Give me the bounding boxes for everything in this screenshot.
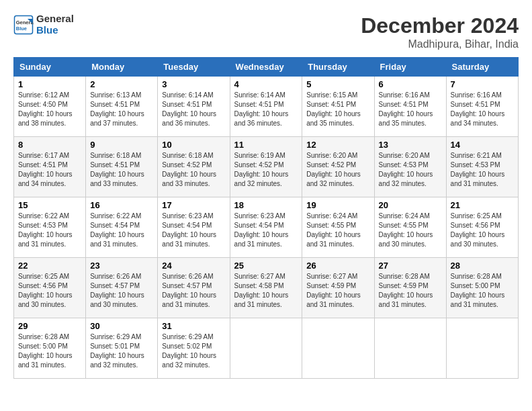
day-cell: 20Sunrise: 6:24 AM Sunset: 4:55 PM Dayli… bbox=[374, 197, 446, 258]
day-cell: 12Sunrise: 6:20 AM Sunset: 4:52 PM Dayli… bbox=[302, 137, 374, 197]
day-number: 27 bbox=[379, 261, 442, 271]
day-number: 23 bbox=[90, 261, 153, 271]
day-cell: 15Sunrise: 6:22 AM Sunset: 4:53 PM Dayli… bbox=[14, 197, 86, 258]
logo-blue: Blue bbox=[36, 25, 74, 36]
day-info: Sunrise: 6:25 AM Sunset: 4:56 PM Dayligh… bbox=[451, 212, 514, 249]
day-cell: 9Sunrise: 6:18 AM Sunset: 4:51 PM Daylig… bbox=[86, 137, 158, 197]
weekday-tuesday: Tuesday bbox=[158, 58, 230, 77]
svg-text:Blue: Blue bbox=[16, 25, 27, 31]
day-number: 2 bbox=[90, 79, 153, 89]
logo-icon: General Blue bbox=[13, 15, 34, 35]
day-cell bbox=[374, 318, 446, 379]
weekday-monday: Monday bbox=[86, 58, 158, 77]
week-row-2: 8Sunrise: 6:17 AM Sunset: 4:51 PM Daylig… bbox=[14, 137, 519, 197]
day-cell: 6Sunrise: 6:16 AM Sunset: 4:51 PM Daylig… bbox=[374, 77, 446, 137]
day-info: Sunrise: 6:28 AM Sunset: 5:00 PM Dayligh… bbox=[451, 272, 514, 310]
day-number: 11 bbox=[234, 140, 298, 150]
day-cell: 3Sunrise: 6:14 AM Sunset: 4:51 PM Daylig… bbox=[158, 77, 230, 137]
day-cell: 1Sunrise: 6:12 AM Sunset: 4:50 PM Daylig… bbox=[14, 77, 86, 137]
weekday-header-row: SundayMondayTuesdayWednesdayThursdayFrid… bbox=[14, 58, 519, 77]
day-info: Sunrise: 6:23 AM Sunset: 4:54 PM Dayligh… bbox=[162, 212, 225, 249]
day-cell: 2Sunrise: 6:13 AM Sunset: 4:51 PM Daylig… bbox=[86, 77, 158, 137]
day-cell: 13Sunrise: 6:20 AM Sunset: 4:53 PM Dayli… bbox=[374, 137, 446, 197]
weekday-saturday: Saturday bbox=[446, 58, 518, 77]
day-cell: 8Sunrise: 6:17 AM Sunset: 4:51 PM Daylig… bbox=[14, 137, 86, 197]
day-number: 17 bbox=[162, 200, 225, 210]
title-block: December 2024 Madhipura, Bihar, India bbox=[361, 13, 519, 50]
day-info: Sunrise: 6:16 AM Sunset: 4:51 PM Dayligh… bbox=[379, 91, 442, 128]
logo-general: General bbox=[36, 13, 74, 25]
day-info: Sunrise: 6:27 AM Sunset: 4:58 PM Dayligh… bbox=[234, 272, 298, 310]
day-number: 16 bbox=[90, 200, 153, 210]
day-info: Sunrise: 6:17 AM Sunset: 4:51 PM Dayligh… bbox=[18, 151, 81, 189]
day-cell: 11Sunrise: 6:19 AM Sunset: 4:52 PM Dayli… bbox=[230, 137, 302, 197]
day-cell: 31Sunrise: 6:29 AM Sunset: 5:02 PM Dayli… bbox=[158, 318, 230, 379]
day-number: 28 bbox=[451, 261, 514, 271]
day-number: 9 bbox=[90, 140, 153, 150]
day-info: Sunrise: 6:23 AM Sunset: 4:54 PM Dayligh… bbox=[234, 212, 298, 249]
page-header: General Blue General Blue December 2024 … bbox=[13, 13, 519, 50]
day-cell: 18Sunrise: 6:23 AM Sunset: 4:54 PM Dayli… bbox=[230, 197, 302, 258]
day-cell: 14Sunrise: 6:21 AM Sunset: 4:53 PM Dayli… bbox=[446, 137, 518, 197]
day-cell: 5Sunrise: 6:15 AM Sunset: 4:51 PM Daylig… bbox=[302, 77, 374, 137]
day-number: 18 bbox=[234, 200, 298, 210]
day-info: Sunrise: 6:12 AM Sunset: 4:50 PM Dayligh… bbox=[18, 91, 81, 128]
month-title: December 2024 bbox=[361, 13, 519, 38]
day-info: Sunrise: 6:14 AM Sunset: 4:51 PM Dayligh… bbox=[162, 91, 225, 128]
day-number: 24 bbox=[162, 261, 225, 271]
day-info: Sunrise: 6:24 AM Sunset: 4:55 PM Dayligh… bbox=[306, 212, 369, 249]
week-row-4: 22Sunrise: 6:25 AM Sunset: 4:56 PM Dayli… bbox=[14, 258, 519, 318]
day-info: Sunrise: 6:13 AM Sunset: 4:51 PM Dayligh… bbox=[90, 91, 153, 128]
day-number: 3 bbox=[162, 79, 225, 89]
day-number: 13 bbox=[379, 140, 442, 150]
day-info: Sunrise: 6:14 AM Sunset: 4:51 PM Dayligh… bbox=[234, 91, 298, 128]
day-number: 4 bbox=[234, 79, 298, 89]
day-info: Sunrise: 6:22 AM Sunset: 4:53 PM Dayligh… bbox=[18, 212, 81, 249]
day-number: 12 bbox=[306, 140, 369, 150]
day-cell: 4Sunrise: 6:14 AM Sunset: 4:51 PM Daylig… bbox=[230, 77, 302, 137]
day-number: 29 bbox=[18, 321, 81, 331]
day-number: 26 bbox=[306, 261, 369, 271]
day-info: Sunrise: 6:25 AM Sunset: 4:56 PM Dayligh… bbox=[18, 272, 81, 310]
day-number: 8 bbox=[18, 140, 81, 150]
day-info: Sunrise: 6:21 AM Sunset: 4:53 PM Dayligh… bbox=[451, 151, 514, 189]
day-info: Sunrise: 6:15 AM Sunset: 4:51 PM Dayligh… bbox=[306, 91, 369, 128]
weekday-sunday: Sunday bbox=[14, 58, 86, 77]
day-info: Sunrise: 6:16 AM Sunset: 4:51 PM Dayligh… bbox=[451, 91, 514, 128]
day-number: 5 bbox=[306, 79, 369, 89]
day-number: 19 bbox=[306, 200, 369, 210]
calendar-body: 1Sunrise: 6:12 AM Sunset: 4:50 PM Daylig… bbox=[14, 77, 519, 379]
day-info: Sunrise: 6:29 AM Sunset: 5:02 PM Dayligh… bbox=[162, 332, 225, 370]
weekday-wednesday: Wednesday bbox=[230, 58, 302, 77]
day-cell: 24Sunrise: 6:26 AM Sunset: 4:57 PM Dayli… bbox=[158, 258, 230, 318]
day-cell: 16Sunrise: 6:22 AM Sunset: 4:54 PM Dayli… bbox=[86, 197, 158, 258]
day-cell: 21Sunrise: 6:25 AM Sunset: 4:56 PM Dayli… bbox=[446, 197, 518, 258]
week-row-3: 15Sunrise: 6:22 AM Sunset: 4:53 PM Dayli… bbox=[14, 197, 519, 258]
day-cell: 25Sunrise: 6:27 AM Sunset: 4:58 PM Dayli… bbox=[230, 258, 302, 318]
logo: General Blue General Blue bbox=[13, 13, 74, 36]
day-info: Sunrise: 6:18 AM Sunset: 4:52 PM Dayligh… bbox=[162, 151, 225, 189]
day-cell bbox=[446, 318, 518, 379]
day-number: 30 bbox=[90, 321, 153, 331]
week-row-5: 29Sunrise: 6:28 AM Sunset: 5:00 PM Dayli… bbox=[14, 318, 519, 379]
day-info: Sunrise: 6:28 AM Sunset: 4:59 PM Dayligh… bbox=[379, 272, 442, 310]
day-info: Sunrise: 6:26 AM Sunset: 4:57 PM Dayligh… bbox=[162, 272, 225, 310]
day-info: Sunrise: 6:22 AM Sunset: 4:54 PM Dayligh… bbox=[90, 212, 153, 249]
day-cell: 26Sunrise: 6:27 AM Sunset: 4:59 PM Dayli… bbox=[302, 258, 374, 318]
day-number: 22 bbox=[18, 261, 81, 271]
day-number: 1 bbox=[18, 79, 81, 89]
day-cell: 28Sunrise: 6:28 AM Sunset: 5:00 PM Dayli… bbox=[446, 258, 518, 318]
weekday-thursday: Thursday bbox=[302, 58, 374, 77]
day-cell: 19Sunrise: 6:24 AM Sunset: 4:55 PM Dayli… bbox=[302, 197, 374, 258]
day-number: 14 bbox=[451, 140, 514, 150]
day-cell: 22Sunrise: 6:25 AM Sunset: 4:56 PM Dayli… bbox=[14, 258, 86, 318]
calendar-table: SundayMondayTuesdayWednesdayThursdayFrid… bbox=[13, 57, 519, 379]
day-number: 10 bbox=[162, 140, 225, 150]
day-number: 20 bbox=[379, 200, 442, 210]
day-cell: 17Sunrise: 6:23 AM Sunset: 4:54 PM Dayli… bbox=[158, 197, 230, 258]
week-row-1: 1Sunrise: 6:12 AM Sunset: 4:50 PM Daylig… bbox=[14, 77, 519, 137]
day-info: Sunrise: 6:19 AM Sunset: 4:52 PM Dayligh… bbox=[234, 151, 298, 189]
day-cell bbox=[302, 318, 374, 379]
day-cell: 23Sunrise: 6:26 AM Sunset: 4:57 PM Dayli… bbox=[86, 258, 158, 318]
location: Madhipura, Bihar, India bbox=[361, 38, 519, 50]
